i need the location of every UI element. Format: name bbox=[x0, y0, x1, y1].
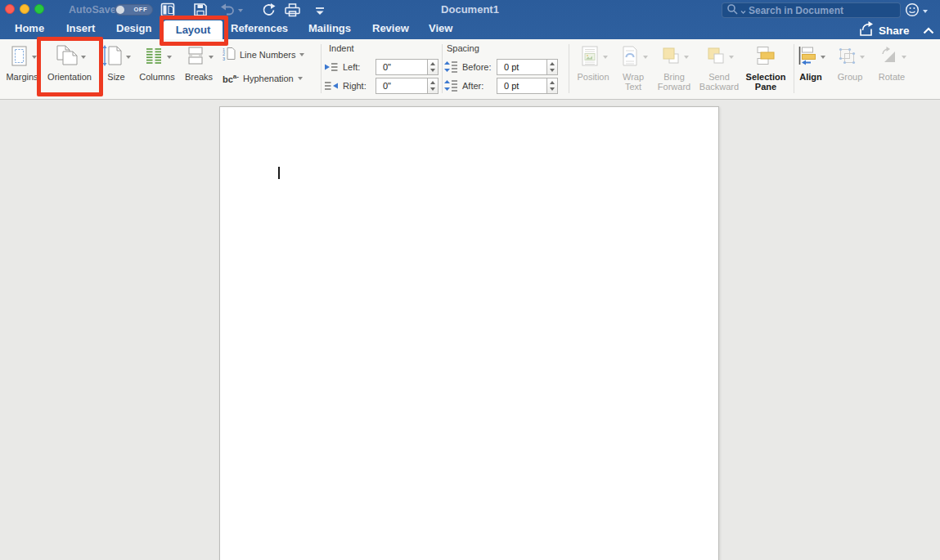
share-button[interactable]: Share bbox=[857, 21, 910, 39]
document-canvas[interactable] bbox=[0, 100, 940, 560]
indent-left-input[interactable] bbox=[376, 59, 428, 75]
tab-references[interactable]: References bbox=[231, 22, 288, 34]
indent-right-input[interactable] bbox=[376, 78, 428, 94]
hyphenation-dropdown-caret[interactable] bbox=[298, 77, 303, 80]
spacing-before-label: Before: bbox=[462, 62, 497, 72]
tab-design[interactable]: Design bbox=[116, 22, 151, 34]
ribbon-layout-tab: Margins Orientation Size bbox=[0, 39, 940, 100]
document-page[interactable] bbox=[219, 106, 719, 560]
print-icon bbox=[284, 2, 301, 20]
ribbon-separator bbox=[321, 44, 322, 93]
indent-left-stepper[interactable] bbox=[428, 59, 439, 75]
indent-left-icon bbox=[325, 62, 338, 72]
tab-review[interactable]: Review bbox=[372, 22, 409, 34]
orientation-button[interactable]: Orientation bbox=[43, 43, 96, 95]
align-dropdown-caret[interactable] bbox=[821, 56, 825, 59]
share-label: Share bbox=[879, 25, 910, 37]
orientation-icon bbox=[54, 44, 79, 70]
search-icon bbox=[726, 3, 738, 18]
hyphenation-icon: bca- bbox=[223, 73, 239, 84]
search-box[interactable] bbox=[722, 2, 901, 18]
tab-layout[interactable]: Layout bbox=[164, 20, 223, 39]
tab-mailings[interactable]: Mailings bbox=[308, 22, 351, 34]
send-backward-dropdown-caret bbox=[729, 56, 734, 59]
indent-right-stepper[interactable] bbox=[428, 78, 439, 94]
send-backward-icon bbox=[705, 45, 726, 69]
rotate-dropdown-caret bbox=[902, 56, 906, 59]
spacing-before-row: Before: bbox=[444, 59, 558, 75]
breaks-button[interactable]: Breaks bbox=[181, 43, 217, 95]
title-bar: Document1 AutoSave OFF bbox=[0, 0, 940, 39]
spacing-before-icon bbox=[444, 61, 457, 73]
size-dropdown-caret[interactable] bbox=[126, 56, 131, 59]
position-button: Position bbox=[573, 43, 614, 95]
spacing-after-label: After: bbox=[462, 81, 497, 91]
chevron-up-icon bbox=[923, 25, 934, 37]
spacing-after-row: After: bbox=[444, 78, 558, 94]
feedback-smiley-button[interactable] bbox=[905, 2, 928, 20]
redo-icon bbox=[261, 2, 276, 20]
print-button[interactable] bbox=[284, 2, 301, 20]
orientation-dropdown-caret[interactable] bbox=[81, 56, 86, 59]
redo-button[interactable] bbox=[261, 2, 276, 20]
indent-left-label: Left: bbox=[343, 62, 376, 72]
columns-button[interactable]: Columns bbox=[137, 43, 178, 95]
autosave-toggle[interactable]: OFF bbox=[115, 4, 153, 16]
columns-icon bbox=[143, 45, 164, 69]
bring-forward-dropdown-caret bbox=[684, 56, 689, 59]
spacing-after-input[interactable] bbox=[497, 78, 547, 94]
search-input[interactable] bbox=[749, 5, 896, 16]
align-icon bbox=[797, 45, 818, 69]
bring-forward-button: Bring Forward bbox=[653, 43, 695, 95]
spacing-after-icon bbox=[444, 80, 457, 92]
tab-insert[interactable]: Insert bbox=[66, 22, 95, 34]
selection-pane-button[interactable]: Selection Pane bbox=[741, 43, 790, 95]
breaks-dropdown-caret[interactable] bbox=[209, 56, 214, 59]
tab-home[interactable]: Home bbox=[15, 22, 44, 34]
autosave-state: OFF bbox=[134, 5, 148, 15]
columns-dropdown-caret[interactable] bbox=[167, 56, 172, 59]
undo-dropdown-caret[interactable] bbox=[238, 9, 243, 12]
rotate-button: Rotate bbox=[872, 43, 911, 95]
customize-toolbar-button[interactable] bbox=[314, 5, 326, 20]
search-scope-caret-icon[interactable] bbox=[740, 3, 746, 18]
margins-dropdown-caret[interactable] bbox=[32, 56, 37, 59]
position-icon bbox=[579, 45, 600, 70]
spacing-before-input[interactable] bbox=[497, 59, 547, 75]
align-button[interactable]: Align bbox=[795, 43, 826, 95]
breaks-icon bbox=[185, 45, 206, 69]
undo-button[interactable] bbox=[219, 2, 243, 19]
selection-pane-icon bbox=[755, 45, 776, 69]
save-button[interactable] bbox=[193, 2, 208, 20]
spacing-after-stepper[interactable] bbox=[547, 78, 558, 94]
indent-right-row: Right: bbox=[325, 78, 439, 94]
group-dropdown-caret bbox=[860, 56, 865, 59]
send-backward-button: Send Backward bbox=[696, 43, 742, 95]
toggle-knob bbox=[116, 6, 124, 14]
smiley-dropdown-caret[interactable] bbox=[923, 10, 928, 13]
undo-icon bbox=[219, 2, 236, 19]
line-numbers-button[interactable]: 123 Line Numbers bbox=[223, 47, 304, 62]
line-numbers-dropdown-caret[interactable] bbox=[299, 53, 304, 56]
group-icon bbox=[836, 45, 857, 69]
ribbon-separator bbox=[569, 44, 569, 93]
ribbon-separator bbox=[794, 44, 794, 93]
document-view-icon bbox=[160, 2, 175, 20]
tab-view[interactable]: View bbox=[429, 22, 452, 34]
collapse-ribbon-button[interactable] bbox=[923, 25, 934, 37]
bring-forward-icon bbox=[660, 45, 681, 69]
margins-button[interactable]: Margins bbox=[3, 43, 41, 95]
hyphenation-button[interactable]: bca- Hyphenation bbox=[223, 73, 303, 84]
svg-text:3: 3 bbox=[223, 56, 225, 61]
rotate-icon bbox=[878, 45, 899, 69]
ribbon-separator bbox=[442, 44, 443, 93]
size-icon bbox=[101, 44, 124, 70]
print-layout-view-button[interactable] bbox=[160, 2, 175, 20]
spacing-before-stepper[interactable] bbox=[547, 59, 558, 75]
smiley-icon bbox=[905, 2, 920, 20]
text-cursor bbox=[278, 167, 280, 179]
indent-right-label: Right: bbox=[343, 81, 376, 91]
margins-icon bbox=[8, 45, 29, 70]
size-button[interactable]: Size bbox=[100, 43, 133, 95]
save-icon bbox=[193, 2, 208, 20]
